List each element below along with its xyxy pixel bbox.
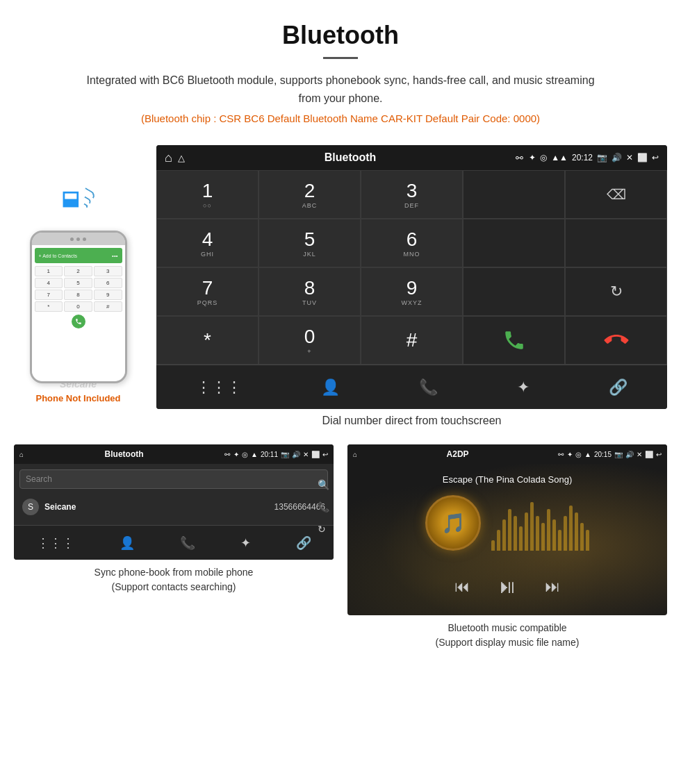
music-loc-icon: ◎ [575, 451, 582, 458]
phonebook-search-bar[interactable]: Search [19, 469, 328, 489]
pb-refresh-icon[interactable]: ↻ [318, 524, 329, 535]
window-icon[interactable]: ⬜ [637, 153, 648, 162]
car-bottom-nav: ⋮⋮⋮ 👤 📞 ✦ 🔗 [156, 365, 667, 409]
music-note-icon: 🎵 [441, 512, 466, 535]
phone-key-9[interactable]: 9 [94, 290, 122, 300]
play-pause-button[interactable]: ⏯ [498, 575, 517, 598]
nav-bluetooth-icon[interactable]: ✦ [506, 373, 541, 402]
dial-key-hash[interactable]: # [361, 316, 463, 365]
music-home-icon[interactable]: ⌂ [353, 451, 357, 458]
pb-bt-icon: ✦ [233, 451, 239, 458]
phone-call-button[interactable] [72, 315, 85, 328]
pb-window-icon[interactable]: ⬜ [311, 451, 320, 458]
dial-key-7[interactable]: 7PQRS [156, 267, 259, 316]
dial-key-9[interactable]: 9WXYZ [361, 267, 463, 316]
phonebook-screen: ⌂ Bluetooth ⚯ ✦ ◎ ▲ 20:11 📷 🔊 ✕ ⬜ ↩ Sear [14, 444, 334, 560]
phone-key-8[interactable]: 8 [64, 290, 92, 300]
page-header: Bluetooth Integrated with BC6 Bluetooth … [0, 0, 681, 145]
nav-dialpad-icon[interactable]: ⋮⋮⋮ [185, 373, 253, 402]
music-cam-icon: 📷 [614, 451, 623, 458]
dialpad: 1○○ 2ABC 3DEF ⌫ 4GHI 5JKL [156, 170, 667, 365]
pb-nav-link[interactable]: 🔗 [288, 531, 320, 555]
dial-backspace-key[interactable]: ⌫ [565, 170, 667, 219]
add-contacts-label: + Add to Contacts [39, 253, 77, 258]
music-time: 20:15 [594, 451, 612, 458]
car-screen-container: ⌂ △ Bluetooth ⚯ ✦ ◎ ▲▲ 20:12 📷 🔊 ✕ ⬜ ↩ [156, 145, 667, 437]
status-icons: ✦ ◎ ▲▲ 20:12 📷 🔊 ✕ ⬜ ↩ [529, 153, 659, 162]
nav-phone-icon[interactable]: 📞 [408, 373, 449, 402]
music-visualizer [491, 495, 589, 551]
pb-nav-bt[interactable]: ✦ [232, 531, 259, 555]
pb-call-icon[interactable]: 📞 [318, 501, 329, 512]
phone-key-hash[interactable]: # [94, 301, 122, 312]
bt-status-icon: ✦ [529, 153, 536, 162]
dial-key-2[interactable]: 2ABC [259, 170, 361, 219]
album-art: 🎵 [425, 495, 481, 551]
music-usb-icon: ⚯ [558, 451, 564, 458]
music-caption: Bluetooth music compatible (Support disp… [347, 621, 667, 650]
pb-nav-person[interactable]: 👤 [111, 531, 143, 555]
phone-key-3[interactable]: 3 [94, 266, 122, 276]
dial-key-8[interactable]: 8TUV [259, 267, 361, 316]
music-status-icons: ✦ ◎ ▲ 20:15 📷 🔊 ✕ ⬜ ↩ [567, 451, 662, 458]
prev-track-button[interactable]: ⏮ [454, 578, 470, 596]
dial-key-0[interactable]: 0+ [259, 316, 361, 365]
phonebook-caption: Sync phone-book from mobile phone (Suppo… [14, 565, 334, 594]
main-status-bar: ⌂ △ Bluetooth ⚯ ✦ ◎ ▲▲ 20:12 📷 🔊 ✕ ⬜ ↩ [156, 145, 667, 170]
home-icon[interactable]: ⌂ [165, 151, 172, 165]
phone-key-0[interactable]: 0 [64, 301, 92, 312]
dial-refresh-key[interactable]: ↻ [565, 267, 667, 316]
contact-row[interactable]: S Seicane 13566664466 [19, 494, 328, 519]
dial-key-6[interactable]: 6MNO [361, 219, 463, 267]
phone-aside: ⬓ + Add to Contacts ••• 1 2 [14, 145, 142, 403]
pb-back-icon[interactable]: ↩ [322, 451, 328, 458]
dial-call-green-key[interactable] [463, 316, 565, 365]
nav-contacts-icon[interactable]: 👤 [310, 373, 351, 402]
music-close-icon[interactable]: ✕ [637, 451, 642, 458]
pb-search-icon[interactable]: 🔍 [318, 479, 329, 490]
dial-key-3[interactable]: 3DEF [361, 170, 463, 219]
pb-usb-icon: ⚯ [224, 451, 230, 458]
car-screen-main: ⌂ △ Bluetooth ⚯ ✦ ◎ ▲▲ 20:12 📷 🔊 ✕ ⬜ ↩ [156, 145, 667, 409]
signal-icon: ▲▲ [551, 153, 568, 162]
pb-close-icon[interactable]: ✕ [303, 451, 309, 458]
music-bt-icon: ✦ [567, 451, 573, 458]
back-icon[interactable]: ↩ [652, 153, 659, 162]
next-track-button[interactable]: ⏭ [545, 578, 560, 596]
phone-key-6[interactable]: 6 [94, 278, 122, 288]
phonebook-bottom-nav: ⋮⋮⋮ 👤 📞 ✦ 🔗 [14, 525, 334, 560]
phone-key-star[interactable]: * [35, 301, 63, 312]
pb-signal: ▲ [251, 451, 258, 458]
phone-key-5[interactable]: 5 [64, 278, 92, 288]
phonebook-status-bar: ⌂ Bluetooth ⚯ ✦ ◎ ▲ 20:11 📷 🔊 ✕ ⬜ ↩ [14, 444, 334, 464]
phone-key-4[interactable]: 4 [35, 278, 63, 288]
main-app-title: Bluetooth [190, 151, 510, 164]
pb-nav-grid[interactable]: ⋮⋮⋮ [28, 531, 83, 555]
music-app-title: A2DP [361, 449, 555, 459]
nav-link-icon[interactable]: 🔗 [598, 373, 639, 402]
dial-key-1[interactable]: 1○○ [156, 170, 259, 219]
more-label: ••• [112, 253, 117, 259]
pb-home-icon[interactable]: ⌂ [19, 451, 24, 458]
music-screen: ⌂ A2DP ⚯ ✦ ◎ ▲ 20:15 📷 🔊 ✕ ⬜ ↩ Escape (T… [347, 444, 667, 615]
dial-key-star[interactable]: * [156, 316, 259, 365]
phone-key-2[interactable]: 2 [64, 266, 92, 276]
pb-time: 20:11 [261, 451, 278, 458]
page-title: Bluetooth [42, 21, 639, 50]
phone-key-7[interactable]: 7 [35, 290, 63, 300]
close-icon[interactable]: ✕ [626, 153, 633, 162]
dial-key-empty-2 [463, 219, 565, 267]
dial-key-5[interactable]: 5JKL [259, 219, 361, 267]
location-icon: ◎ [540, 153, 547, 162]
music-caption-line2: (Support display music file name) [436, 637, 580, 648]
dial-call-red-key[interactable] [565, 316, 667, 365]
phone-top-bar [32, 233, 125, 245]
dial-key-4[interactable]: 4GHI [156, 219, 259, 267]
music-art-area: 🎵 [425, 495, 589, 551]
music-back-icon[interactable]: ↩ [656, 451, 662, 458]
music-window-icon[interactable]: ⬜ [645, 451, 653, 458]
pb-nav-phone[interactable]: 📞 [172, 531, 204, 555]
dial-key-empty-1 [463, 170, 565, 219]
dial-key-empty-4 [463, 267, 565, 316]
phone-key-1[interactable]: 1 [35, 266, 63, 276]
